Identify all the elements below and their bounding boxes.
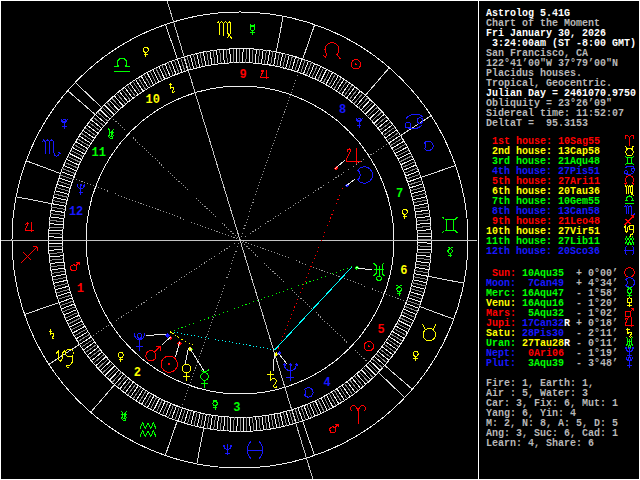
svg-text:6: 6 bbox=[400, 264, 407, 278]
svg-text:- 3°48’: - 3°48’ bbox=[576, 358, 618, 369]
svg-text:12: 12 bbox=[69, 205, 83, 219]
svg-text:1: 1 bbox=[77, 282, 84, 296]
svg-text:9: 9 bbox=[240, 68, 247, 82]
svg-text:3Aqu39: 3Aqu39 bbox=[522, 358, 564, 369]
svg-text:2: 2 bbox=[134, 366, 141, 380]
svg-text:R: R bbox=[564, 318, 570, 329]
svg-text:DeltaT = 95.3153: DeltaT = 95.3153 bbox=[486, 118, 588, 129]
svg-text:4: 4 bbox=[324, 376, 331, 390]
svg-text:3: 3 bbox=[233, 401, 240, 415]
svg-text:R: R bbox=[564, 338, 570, 349]
svg-text:12th house: 20Sco36: 12th house: 20Sco36 bbox=[486, 246, 600, 257]
svg-text:7: 7 bbox=[396, 187, 403, 201]
svg-text:Learn: 4, Share: 6: Learn: 4, Share: 6 bbox=[486, 438, 594, 449]
svg-text:5: 5 bbox=[378, 323, 385, 337]
svg-text:Plut:: Plut: bbox=[486, 358, 516, 369]
svg-text:8: 8 bbox=[339, 103, 346, 117]
svg-text:10: 10 bbox=[146, 93, 160, 107]
svg-text:11: 11 bbox=[92, 146, 106, 160]
